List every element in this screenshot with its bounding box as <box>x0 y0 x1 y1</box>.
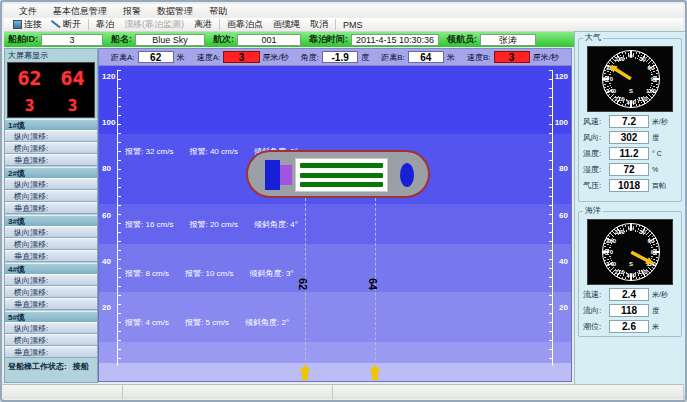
menu-item[interactable]: 报警 <box>116 4 148 19</box>
draw-cable-button[interactable]: 画缆绳 <box>268 18 305 31</box>
pms-button[interactable]: PMS <box>338 18 368 31</box>
longitudinal-drift-row: 纵向漂移: <box>5 322 97 334</box>
ocean-row-unit: 度 <box>649 306 677 316</box>
menu-item[interactable]: 数据管理 <box>150 4 200 19</box>
ocean-row: 流速: 2.4 米/秒 <box>583 288 677 301</box>
distance-line-a-label: 62 <box>297 278 309 290</box>
berth-point-marker-a <box>299 365 311 380</box>
lateral-drift-row: 横向漂移: <box>5 190 97 202</box>
ruler-tick-label: 120 <box>102 72 122 81</box>
alarm-speed-b: 报警: 10 cm/s <box>185 268 233 279</box>
display-speed-a: 3 <box>25 96 35 115</box>
cable-group-header[interactable]: 5#缆 <box>5 311 97 322</box>
cable-group: 1#缆 纵向漂移: 横向漂移: 垂直漂移: <box>5 119 97 166</box>
ship-name-field[interactable]: Blue Sky <box>135 34 205 46</box>
draw-berth-point-button[interactable]: 画靠泊点 <box>222 18 268 31</box>
alarm-threshold-row: 报警: 8 cm/s 报警: 10 cm/s 倾斜角度: 3° <box>125 268 294 279</box>
weather-row-unit: % <box>649 166 677 173</box>
ruler-tick-label: 20 <box>548 303 568 312</box>
cable-group-header[interactable]: 2#缆 <box>5 167 97 178</box>
distance-b-label: 距离B: <box>381 52 405 63</box>
dial-number: 330 <box>614 229 624 235</box>
weather-row-value: 1018 <box>609 179 649 192</box>
distance-line-b-label: 64 <box>367 278 379 290</box>
ruler-tick-label: 40 <box>548 257 568 266</box>
menu-item[interactable]: 基本信息管理 <box>46 4 114 19</box>
dial-number: 60 <box>648 65 655 71</box>
weather-row: 风向: 302 度 <box>583 131 677 144</box>
angle-value: -1.9 <box>322 51 358 63</box>
weather-row-unit: 度 <box>649 133 677 143</box>
dial-number: 150 <box>637 96 647 102</box>
weather-row-unit: 百帕 <box>649 181 677 191</box>
ship-superstructure <box>265 160 280 190</box>
ship-id-label: 船舶ID: <box>8 33 38 46</box>
vertical-drift-row: 垂直漂移: <box>5 250 97 262</box>
berth-visualization[interactable]: 12010080604020 12010080604020 报警: 32 cm/… <box>98 66 572 382</box>
menu-item[interactable]: 帮助 <box>202 4 234 19</box>
berth-time-label: 靠泊时间: <box>309 33 348 46</box>
dial-number: 210 <box>614 269 624 275</box>
connect-icon <box>13 20 22 29</box>
environment-panel: 大气 0306090120150180210240270300330S 风速: … <box>574 31 686 397</box>
weather-row-value: 7.2 <box>609 115 649 128</box>
gangway-status-value: 接船 <box>73 360 89 374</box>
toolbar-separator <box>335 19 336 30</box>
atmosphere-title: 大气 <box>583 33 603 43</box>
distance-a-unit: 米 <box>177 52 185 63</box>
depart-button[interactable]: 离港 <box>189 18 217 31</box>
disconnect-button[interactable]: 断开 <box>47 18 86 31</box>
longitudinal-drift-row: 纵向漂移: <box>5 274 97 286</box>
cancel-button[interactable]: 取消 <box>305 18 333 31</box>
berth-button[interactable]: 靠泊 <box>91 18 119 31</box>
ocean-row-value: 118 <box>609 304 649 317</box>
weather-row-unit: ° C <box>649 150 677 157</box>
connect-button[interactable]: 连接 <box>8 18 47 31</box>
cargo-stripe <box>300 182 383 187</box>
cable-group-header[interactable]: 3#缆 <box>5 215 97 226</box>
weather-row: 气压: 1018 百帕 <box>583 179 677 192</box>
alarm-threshold-row: 报警: 16 cm/s 报警: 20 cm/s 倾斜角度: 4° <box>125 219 298 230</box>
menu-item[interactable]: 文件 <box>12 4 44 19</box>
weather-row-value: 72 <box>609 163 649 176</box>
ruler-tick-label: 40 <box>102 257 122 266</box>
voyage-field[interactable]: 001 <box>237 34 301 46</box>
ship-id-field[interactable]: 3 <box>41 34 103 46</box>
status-cell <box>333 385 684 399</box>
ruler-tick-label: 60 <box>548 211 568 220</box>
berth-time-field[interactable]: 2011-4-15 10:30:36 <box>351 34 439 46</box>
alarm-speed-a: 报警: 8 cm/s <box>125 268 169 279</box>
alarm-speed-a: 报警: 4 cm/s <box>125 317 169 328</box>
dial-south-label: S <box>629 261 633 267</box>
lateral-drift-row: 横向漂移: <box>5 334 97 346</box>
alarm-speed-b: 报警: 40 cm/s <box>189 146 237 157</box>
dial-number: 240 <box>606 88 616 94</box>
toolbar-separator <box>219 19 220 30</box>
cable-group-header[interactable]: 4#缆 <box>5 263 97 274</box>
status-cell <box>3 385 123 399</box>
cargo-stripe <box>300 163 383 168</box>
longitudinal-drift-row: 纵向漂移: <box>5 130 97 142</box>
ruler-tick-label: 20 <box>102 303 122 312</box>
angle-label: 角度: <box>301 52 319 63</box>
weather-row-label: 风速: <box>583 116 609 127</box>
cable-group: 3#缆 纵向漂移: 横向漂移: 垂直漂移: <box>5 215 97 262</box>
ship-name-label: 船名: <box>111 33 132 46</box>
cable-group: 4#缆 纵向漂移: 横向漂移: 垂直漂移: <box>5 263 97 310</box>
ruler-tick-label: 100 <box>548 118 568 127</box>
cable-group: 5#缆 纵向漂移: 横向漂移: 垂直漂移: <box>5 311 97 358</box>
cable-group-header[interactable]: 1#缆 <box>5 119 97 130</box>
toolbar: 连接 断开 靠泊 漂移(靠泊监测) 离港 画靠泊点 画缆绳 取消 PMS <box>4 18 683 32</box>
alarm-speed-b: 报警: 5 cm/s <box>185 317 229 328</box>
weather-row: 湿度: 72 % <box>583 163 677 176</box>
big-display-panel: 62 64 3 3 <box>7 62 95 118</box>
pilot-field[interactable]: 张涛 <box>480 34 536 46</box>
app-window: 文件基本信息管理报警数据管理帮助 连接 断开 靠泊 漂移(靠泊监测) 离港 画靠… <box>0 0 687 402</box>
alarm-speed-a: 报警: 16 cm/s <box>125 219 173 230</box>
weather-row: 温度: 11.2 ° C <box>583 147 677 160</box>
ship-shape[interactable] <box>246 150 430 198</box>
ship-deckhouse <box>280 165 292 185</box>
vertical-drift-row: 垂直漂移: <box>5 298 97 310</box>
status-bar <box>3 384 684 399</box>
sidebar: 大屏幕显示 62 64 3 3 1#缆 纵向漂移: 横向漂移: 垂直漂移: 2#… <box>4 48 98 383</box>
